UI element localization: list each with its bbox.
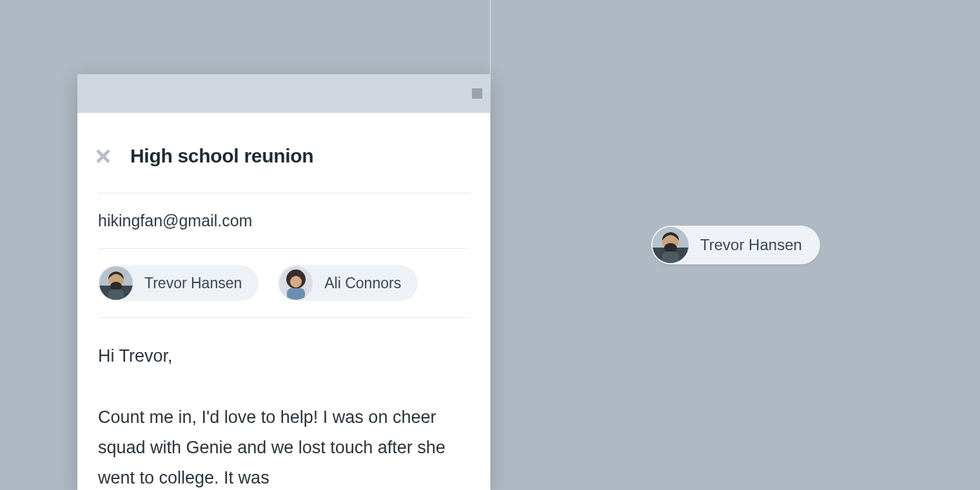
window-control-icon[interactable] (472, 88, 482, 99)
window-toolbar (77, 74, 490, 113)
recipient-chip-ali[interactable]: Ali Connors (278, 265, 418, 301)
svg-rect-16 (662, 251, 679, 263)
recipient-chip-label: Trevor Hansen (144, 275, 242, 292)
compose-subject: High school reunion (130, 145, 313, 167)
from-field[interactable]: hikingfan@gmail.com (98, 193, 469, 249)
vertical-divider (490, 0, 491, 490)
contact-chip-trevor[interactable]: Trevor Hansen (651, 226, 820, 264)
close-icon[interactable] (94, 147, 112, 165)
avatar (279, 266, 313, 300)
avatar (99, 266, 133, 300)
compose-body[interactable]: Hi Trevor, Count me in, I'd love to help… (98, 318, 469, 490)
compose-header: High school reunion (98, 113, 469, 193)
avatar (652, 227, 689, 263)
svg-rect-5 (108, 289, 124, 300)
svg-point-4 (110, 282, 122, 291)
recipient-chip-trevor[interactable]: Trevor Hansen (98, 265, 259, 301)
svg-rect-10 (287, 288, 305, 300)
compose-card: High school reunion hikingfan@gmail.com (77, 74, 490, 490)
contact-chip-label: Trevor Hansen (700, 236, 802, 254)
svg-point-9 (290, 276, 302, 288)
from-email: hikingfan@gmail.com (98, 211, 252, 230)
recipient-chip-label: Ali Connors (324, 275, 401, 292)
standalone-chip-container: Trevor Hansen (651, 226, 820, 266)
recipient-chips-row: Trevor Hansen Ali Connors (98, 249, 469, 318)
